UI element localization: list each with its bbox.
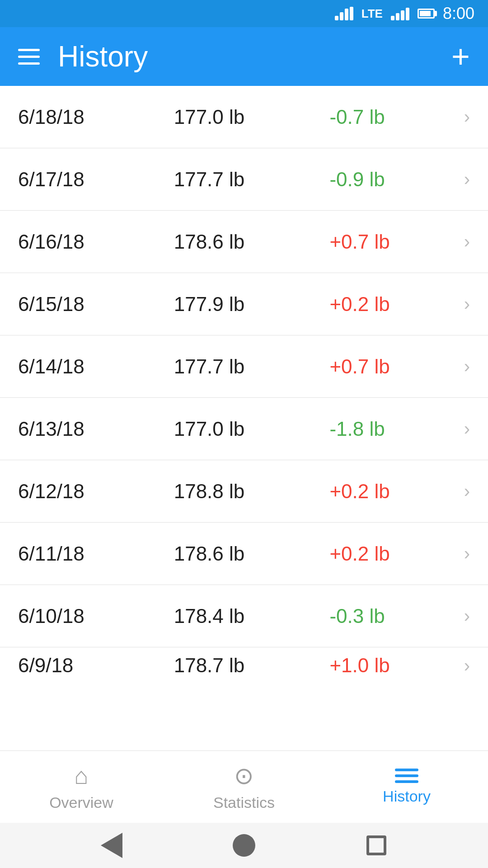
lte-label: LTE [361,7,383,21]
entry-weight: 178.4 lb [174,605,330,627]
entry-date: 6/13/18 [18,418,174,440]
table-row[interactable]: 6/11/18 178.6 lb +0.2 lb › [0,523,488,585]
chevron-right-icon: › [464,169,470,189]
entry-change: -0.9 lb [329,168,459,191]
chevron-right-icon: › [464,419,470,439]
nav-item-overview[interactable]: ⌂ Overview [0,751,163,823]
statistics-icon: ⊙ [234,762,254,789]
status-time: 8:00 [443,4,474,23]
back-button[interactable] [98,832,125,859]
recents-button[interactable] [363,832,390,859]
nav-item-statistics[interactable]: ⊙ Statistics [163,751,325,823]
entry-date: 6/15/18 [18,293,174,316]
table-row[interactable]: 6/13/18 177.0 lb -1.8 lb › [0,398,488,460]
entry-date: 6/10/18 [18,605,174,627]
entry-change: +0.2 lb [329,293,459,316]
table-row[interactable]: 6/10/18 178.4 lb -0.3 lb › [0,585,488,647]
nav-label-history: History [383,788,431,805]
entry-date: 6/11/18 [18,542,174,565]
table-row[interactable]: 6/16/18 178.6 lb +0.7 lb › [0,211,488,273]
entry-weight: 178.6 lb [174,542,330,565]
entry-change: +0.2 lb [329,480,459,503]
entry-weight: 178.7 lb [174,654,330,677]
table-row[interactable]: 6/12/18 178.8 lb +0.2 lb › [0,460,488,523]
chevron-right-icon: › [464,356,470,377]
entry-date: 6/18/18 [18,106,174,128]
entry-weight: 178.8 lb [174,480,330,503]
home-button[interactable] [230,832,258,859]
signal-icon [391,7,409,20]
entry-weight: 177.7 lb [174,168,330,191]
entry-weight: 177.9 lb [174,293,330,316]
history-list: 6/18/18 177.0 lb -0.7 lb › 6/17/18 177.7… [0,86,488,750]
nav-label-statistics: Statistics [213,794,275,811]
table-row[interactable]: 6/18/18 177.0 lb -0.7 lb › [0,86,488,148]
table-row[interactable]: 6/15/18 177.9 lb +0.2 lb › [0,273,488,335]
overview-icon: ⌂ [74,762,88,789]
wifi-icon [335,7,353,20]
entry-date: 6/9/18 [18,654,174,677]
nav-label-overview: Overview [49,794,113,811]
battery-icon [418,9,435,19]
chevron-right-icon: › [464,606,470,626]
bottom-nav: ⌂ Overview ⊙ Statistics History [0,750,488,823]
nav-item-history[interactable]: History [325,751,488,823]
entry-change: +0.7 lb [329,355,459,378]
chevron-right-icon: › [464,656,470,676]
page-title: History [58,40,148,73]
menu-button[interactable] [18,49,40,65]
entry-change: -0.7 lb [329,106,459,128]
chevron-right-icon: › [464,231,470,252]
entry-weight: 177.0 lb [174,106,330,128]
table-row[interactable]: 6/17/18 177.7 lb -0.9 lb › [0,148,488,211]
chevron-right-icon: › [464,294,470,314]
entry-date: 6/17/18 [18,168,174,191]
status-bar: LTE 8:00 [0,0,488,27]
entry-date: 6/12/18 [18,480,174,503]
entry-weight: 177.7 lb [174,355,330,378]
entry-change: -0.3 lb [329,605,459,627]
entry-date: 6/14/18 [18,355,174,378]
history-list-icon [395,769,418,783]
status-icons: LTE 8:00 [335,4,474,23]
entry-change: +1.0 lb [329,654,459,677]
table-row[interactable]: 6/9/18 178.7 lb +1.0 lb › [0,647,488,684]
chevron-right-icon: › [464,107,470,127]
table-row[interactable]: 6/14/18 177.7 lb +0.7 lb › [0,335,488,398]
entry-change: +0.7 lb [329,231,459,253]
add-entry-button[interactable]: + [451,41,470,72]
entry-date: 6/16/18 [18,231,174,253]
entry-change: -1.8 lb [329,418,459,440]
entry-weight: 177.0 lb [174,418,330,440]
chevron-right-icon: › [464,543,470,564]
app-bar: History + [0,27,488,86]
chevron-right-icon: › [464,481,470,501]
entry-change: +0.2 lb [329,542,459,565]
app-bar-left: History [18,40,148,73]
entry-weight: 178.6 lb [174,231,330,253]
system-nav-bar [0,823,488,868]
